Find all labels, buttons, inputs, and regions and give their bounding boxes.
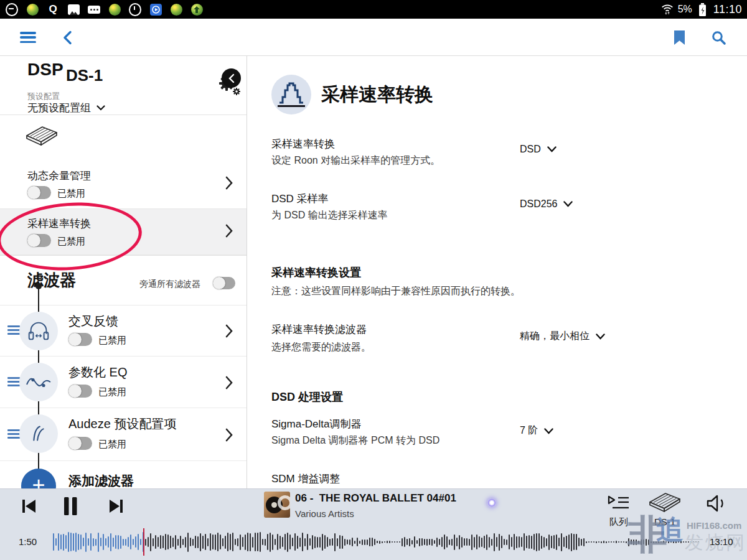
src-mode-dropdown[interactable]: DSD — [520, 144, 557, 155]
browser-icon: Q — [47, 3, 59, 16]
chevron-down-icon — [96, 105, 105, 111]
setting-title: 采样速率转换滤波器 — [271, 322, 367, 337]
headroom-toggle[interactable] — [27, 186, 51, 199]
previous-track-button[interactable] — [21, 498, 37, 517]
src-toggle[interactable] — [27, 234, 51, 247]
setting-title: SDM 增益调整 — [271, 472, 341, 486]
filter-status: 已禁用 — [98, 335, 126, 347]
bypass-all-toggle[interactable] — [213, 277, 235, 289]
sample-rate-conversion-panel: 采样速率转换 采样速率转换 设定 Roon 对输出采样率的管理方式。 DSD D… — [248, 56, 747, 488]
add-filter-label: 添加滤波器 — [68, 472, 134, 488]
drag-handle-icon[interactable] — [7, 325, 20, 335]
filters-title: 滤波器 — [27, 269, 76, 291]
setting-desc: 设定 Roon 对输出采样率的管理方式。 — [271, 154, 440, 167]
playhead[interactable] — [143, 528, 144, 556]
dsd-rate-dropdown[interactable]: DSD256 — [520, 198, 573, 210]
back-icon[interactable] — [62, 30, 72, 47]
setting-title: 采样速率转换 — [271, 137, 335, 151]
cursor-glow-dot — [487, 498, 496, 507]
video-player-icon — [149, 3, 162, 16]
section-title: DSD 处理设置 — [271, 390, 343, 404]
pause-button[interactable] — [63, 497, 78, 518]
preset-selector[interactable]: 无预设配置组 — [27, 101, 105, 115]
sidebar-item-sample-rate-conversion[interactable]: 采样速率转换 已禁用 — [0, 208, 247, 255]
collapse-device-icon[interactable] — [222, 68, 241, 88]
notification-icons: Q — [0, 3, 203, 16]
dropdown-value: DSD256 — [520, 198, 557, 210]
parametric-eq-toggle[interactable] — [68, 385, 92, 398]
sidebar-item-crossfeed[interactable]: 交叉反馈 已禁用 — [0, 305, 247, 356]
watermark-site: HIFI168.com — [687, 520, 741, 531]
crossfeed-toggle[interactable] — [68, 333, 92, 346]
plus-icon[interactable] — [21, 469, 56, 488]
track-title[interactable]: 06 - THE ROYAL BALLET 04#01 — [295, 492, 456, 505]
audeze-icon — [19, 414, 58, 453]
device-icon — [25, 123, 59, 152]
setting-title: DSD 采样率 — [271, 192, 329, 206]
zone-device-icon[interactable] — [647, 490, 682, 518]
wifi-icon — [661, 3, 674, 16]
add-filter-button[interactable]: 添加滤波器 — [0, 460, 247, 488]
dropdown-value: 精确，最小相位 — [520, 330, 590, 343]
sidebar-item-audeze-presets[interactable]: Audeze 预设配置项 已禁用 — [0, 408, 247, 460]
chevron-right-icon — [225, 324, 233, 340]
volume-icon[interactable] — [705, 494, 726, 515]
setting-desc: 为 DSD 输出选择采样速率 — [271, 209, 388, 222]
app-sphere-icon-2 — [108, 3, 121, 16]
gallery-icon — [67, 3, 80, 16]
total-time: 13:10 — [710, 536, 733, 547]
audeze-toggle[interactable] — [68, 437, 92, 450]
chevron-down-icon — [563, 201, 573, 207]
filter-label: 参数化 EQ — [68, 364, 127, 381]
setting-desc: 选择您需要的滤波器。 — [271, 341, 371, 354]
status-bar: Q 5% 11:10 — [0, 0, 747, 19]
drag-handle-icon[interactable] — [7, 429, 20, 439]
chevron-right-icon — [225, 224, 233, 240]
do-not-disturb-icon — [6, 3, 18, 16]
track-artist[interactable]: Various Artists — [295, 508, 354, 519]
filters-header: 滤波器 旁通所有滤波器 — [0, 255, 247, 305]
messages-icon — [88, 3, 100, 16]
device-name: DS-1 — [66, 66, 103, 85]
album-art[interactable] — [264, 492, 290, 518]
app-sphere-icon — [26, 3, 39, 16]
sample-rate-icon — [271, 75, 311, 114]
filter-label: Audeze 预设配置项 — [68, 416, 176, 432]
sdm-order-dropdown[interactable]: 7 阶 — [520, 424, 553, 437]
timer-icon — [129, 3, 141, 16]
dsp-sidebar: DSP 预设配置 无预设配置组 — [0, 56, 247, 488]
chevron-right-icon — [225, 428, 233, 444]
setting-title: Sigma-Delta调制器 — [271, 417, 362, 431]
drag-handle-icon[interactable] — [7, 377, 20, 386]
search-icon[interactable] — [711, 30, 726, 48]
app-sphere-icon-3 — [170, 3, 182, 16]
filter-status: 已禁用 — [98, 386, 126, 398]
battery-percent: 5% — [678, 4, 692, 15]
bypass-label: 旁通所有滤波器 — [139, 279, 200, 290]
zone-label[interactable]: DS-1 — [647, 516, 682, 527]
signal-chain-dot — [35, 283, 42, 289]
chevron-down-icon — [596, 334, 605, 340]
battery-charging-icon — [697, 3, 709, 16]
nav-bar — [0, 19, 747, 56]
menu-icon[interactable] — [20, 32, 36, 43]
next-track-button[interactable] — [108, 498, 125, 517]
chevron-right-icon — [225, 176, 233, 192]
queue-icon[interactable] — [606, 493, 631, 516]
row-status: 已禁用 — [57, 188, 85, 200]
section-title: 采样速率转换设置 — [271, 265, 361, 280]
chevron-down-icon — [547, 146, 557, 152]
section-note: 注意：这些设置同样影响由于兼容性原因而执行的转换。 — [271, 285, 520, 298]
queue-label[interactable]: 队列 — [603, 516, 635, 528]
dsp-title: DSP — [27, 60, 63, 80]
sidebar-item-parametric-eq[interactable]: 参数化 EQ 已禁用 — [0, 356, 247, 408]
sidebar-item-headroom[interactable]: 动态余量管理 已禁用 — [0, 160, 247, 208]
src-filter-dropdown[interactable]: 精确，最小相位 — [520, 330, 605, 343]
setting-desc: Sigma Delta 调制器将 PCM 转为 DSD — [271, 434, 439, 447]
bookmark-icon[interactable] — [674, 30, 685, 48]
clock-time: 11:10 — [713, 3, 742, 16]
waveform-seekbar[interactable] — [53, 530, 700, 554]
dropdown-value: DSD — [520, 144, 541, 155]
player-bar: 06 - THE ROYAL BALLET 04#01 Various Arti… — [0, 488, 747, 560]
row-label: 采样速率转换 — [27, 217, 91, 231]
